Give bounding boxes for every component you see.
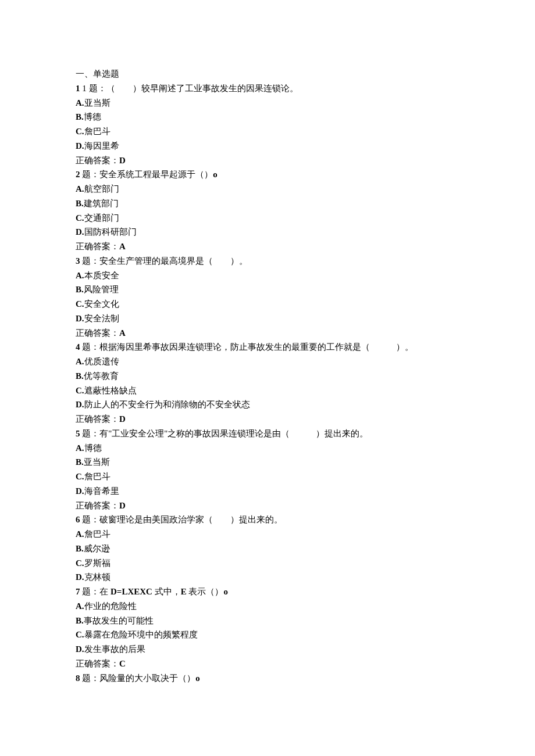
option-letter: D. [76,644,84,654]
question-number: 8 [76,673,80,683]
option-text: 威尔逊 [84,544,110,553]
option-letter: A. [76,271,84,280]
option-letter: B. [76,544,84,553]
question-number: 3 [76,256,80,266]
option-text: 詹巴斗 [84,472,110,481]
option-text: 本质安全 [84,271,119,280]
question-number: 5 [76,429,80,438]
question-header: 1 1 题：（ ）较早阐述了工业事故发生的因果连锁论。 [76,81,459,96]
answer-value: A [119,328,126,338]
option-letter: C. [76,558,84,568]
answer-line: 正确答案：D [76,153,459,168]
option-letter: C. [76,386,84,395]
option-letter: D. [76,141,84,151]
question-block: 7 题：在 D=LXEXC 式中，E 表示（）o A.作业的危险性 B.事故发生… [76,585,459,671]
option-letter: A. [76,529,84,539]
option-text: 国防科研部门 [84,227,137,237]
option-text: 克林顿 [84,572,110,582]
question-number: 7 [76,587,80,596]
option-text: 海音希里 [84,486,119,496]
option: B.优等教育 [76,369,459,384]
answer-value: D [119,156,126,165]
option-letter: A. [76,601,84,611]
option: D.克林顿 [76,570,459,585]
option: C.罗斯福 [76,556,459,571]
option: C.暴露在危险环境中的频繁程度 [76,628,459,642]
option-text: 建筑部门 [84,199,119,208]
option-letter: C. [76,299,84,309]
answer-line: 正确答案：D [76,499,459,513]
question-number: 4 [76,342,80,352]
option-text: 亚当斯 [84,98,110,108]
question-header: 8 题：风险量的大小取决于（）o [76,671,459,686]
question-header: 7 题：在 D=LXEXC 式中，E 表示（）o [76,585,459,599]
question-header: 6 题：破窗理论是由美国政治学家（ ）提出来的。 [76,513,459,527]
option-text: 防止人的不安全行为和消除物的不安全状态 [84,400,250,409]
option-text: 优质遗传 [84,357,119,366]
option: D.防止人的不安全行为和消除物的不安全状态 [76,397,459,412]
question-number: 6 [76,515,80,524]
option-letter: D. [76,572,84,582]
option-text: 作业的危险性 [84,601,137,611]
question-block: 6 题：破窗理论是由美国政治学家（ ）提出来的。 A.詹巴斗 B.威尔逊 C.罗… [76,513,459,585]
option: C.交通部门 [76,211,459,225]
option: B.建筑部门 [76,196,459,211]
option: D.发生事故的后果 [76,642,459,657]
option-text: 安全文化 [84,299,119,309]
option: A.优质遗传 [76,354,459,369]
answer-line: 正确答案：D [76,412,459,427]
option-text: 安全法制 [84,314,119,323]
option: C.安全文化 [76,297,459,311]
answer-value: D [119,414,126,424]
option: D.海音希里 [76,484,459,499]
option: A.本质安全 [76,268,459,283]
option-letter: A. [76,98,84,108]
option-text: 暴露在危险环境中的频繁程度 [84,630,198,639]
option: A.作业的危险性 [76,599,459,614]
question-header: 5 题：有"工业安全公理"之称的事故因果连锁理论是由（ ）提出来的。 [76,427,459,441]
option-letter: B. [76,371,84,381]
question-block: 8 题：风险量的大小取决于（）o [76,671,459,686]
option: B.亚当斯 [76,455,459,470]
option-letter: B. [76,457,84,467]
option-text: 风险管理 [84,285,119,294]
question-number: 2 [76,170,80,179]
option: D.海因里希 [76,139,459,153]
option-text: 亚当斯 [84,457,110,467]
option-text: 詹巴斗 [84,529,110,539]
option-letter: B. [76,285,84,294]
question-block: 3 题：安全生产管理的最高境界是（ ）。 A.本质安全 B.风险管理 C.安全文… [76,254,459,341]
option-text: 博德 [84,443,102,453]
option: C.詹巴斗 [76,470,459,484]
option-letter: C. [76,630,84,639]
question-block: 2 题：安全系统工程最早起源于（）o A.航空部门 B.建筑部门 C.交通部门 … [76,167,459,254]
option: B.博德 [76,110,459,124]
answer-line: 正确答案：A [76,239,459,254]
option-letter: B. [76,199,84,208]
option-text: 事故发生的可能性 [84,616,154,625]
option: B.风险管理 [76,282,459,297]
option: A.亚当斯 [76,96,459,110]
question-block: 5 题：有"工业安全公理"之称的事故因果连锁理论是由（ ）提出来的。 A.博德 … [76,427,459,513]
option-letter: B. [76,616,84,625]
answer-line: 正确答案：C [76,657,459,671]
option-text: 航空部门 [84,184,119,194]
question-number: 1 [76,84,80,93]
option: D.国防科研部门 [76,225,459,239]
option-letter: C. [76,472,84,481]
answer-value: C [119,659,126,668]
option-letter: B. [76,112,84,121]
option-letter: D. [76,400,84,409]
option: B.威尔逊 [76,542,459,556]
question-header: 3 题：安全生产管理的最高境界是（ ）。 [76,254,459,268]
option: C.遮蔽性格缺点 [76,384,459,398]
option: D.安全法制 [76,311,459,326]
option-text: 交通部门 [84,213,119,223]
option: B.事故发生的可能性 [76,614,459,628]
option-letter: D. [76,486,84,496]
option: C.詹巴斗 [76,124,459,139]
section-header: 一、单选题 [76,67,459,81]
option: A.詹巴斗 [76,527,459,542]
option-letter: D. [76,227,84,237]
option-text: 詹巴斗 [84,127,110,136]
